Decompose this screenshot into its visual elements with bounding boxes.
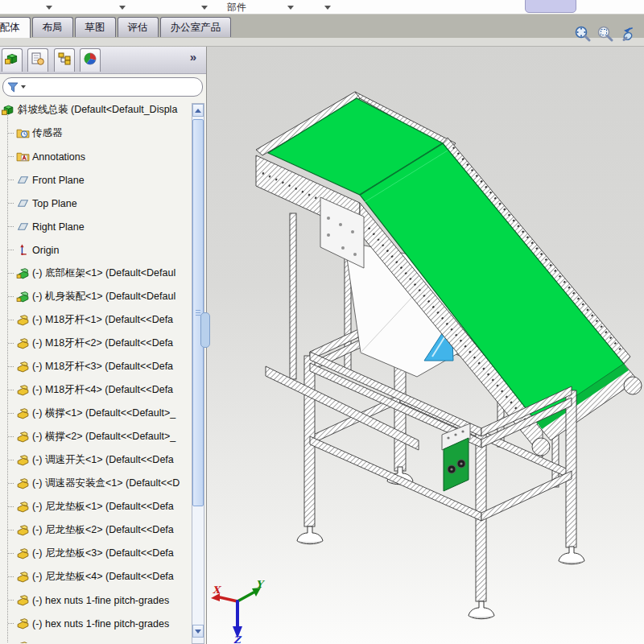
tree-item-label: (-) 尼龙垫板<3> (Default<<Defa <box>32 547 174 560</box>
tree-item[interactable]: Annotations <box>0 145 196 168</box>
tree-item[interactable]: Origin <box>0 238 196 262</box>
featuremanager-panel: » 斜坡线总装 (Default<Default_Displa传感器Annota… <box>0 46 207 644</box>
dropdown-arrow-icon[interactable] <box>46 6 52 10</box>
tree-item[interactable]: (-) M18牙杆<2> (Default<<Defa <box>0 332 196 355</box>
part-icon <box>16 523 30 537</box>
tree-connector <box>8 390 14 391</box>
tree-item[interactable]: (-) 横撑<2> (Default<<Default>_ <box>0 425 196 448</box>
part-icon <box>16 383 30 397</box>
section-view-icon[interactable] <box>641 24 644 43</box>
tree-item-label: Right Plane <box>32 221 85 233</box>
zoom-to-fit-icon[interactable] <box>573 24 592 43</box>
tree-item[interactable]: (-) 尼龙垫板<3> (Default<<Defa <box>0 542 196 565</box>
menu-strip: 部件 <box>0 0 644 14</box>
tree-item[interactable]: Right Plane <box>0 215 196 238</box>
tree-item-label: 斜坡线总装 (Default<Default_Displa <box>18 103 177 117</box>
tree-connector <box>8 203 14 204</box>
tree-connector <box>8 483 14 485</box>
tab-4[interactable]: 评估 <box>118 17 159 37</box>
tab-2[interactable]: 布局 <box>32 17 73 37</box>
tree-connector <box>8 226 14 228</box>
part-icon <box>16 617 30 630</box>
tree-connector <box>8 460 14 461</box>
dropdown-arrow-icon[interactable] <box>287 6 294 10</box>
part-icon <box>16 640 30 643</box>
tab-5[interactable]: 办公室产品 <box>160 17 232 37</box>
tree-item[interactable]: (-) 底部框架<1> (Default<Defaul <box>0 262 196 285</box>
tree-item[interactable]: (-) 尼龙垫板<4> (Default<<Defa <box>0 565 196 588</box>
scroll-down-button[interactable] <box>192 625 204 638</box>
feature-tree: 斜坡线总装 (Default<Default_Displa传感器Annotati… <box>0 98 206 643</box>
tree-connector <box>8 343 14 345</box>
tree-filter-input[interactable] <box>2 77 203 97</box>
tree-item[interactable]: (-) 调速器安装盒<1> (Default<<D <box>0 472 196 495</box>
tree-connector <box>8 366 14 368</box>
tree-scrollbar[interactable] <box>192 103 204 644</box>
tab-3[interactable]: 草图 <box>75 17 116 37</box>
tree-item[interactable]: (-) 横撑<1> (Default<<Default>_ <box>0 402 196 425</box>
panel-splitter-handle[interactable] <box>200 312 210 348</box>
speed-control-box <box>442 423 470 491</box>
part-icon <box>16 430 30 444</box>
tree-item-label: (-) M18牙杆<2> (Default<<Defa <box>32 336 173 350</box>
tree-item[interactable]: (-) hex nuts 1-fine pitch-grades <box>0 588 196 612</box>
tree-item[interactable]: (-) 尼龙垫板<2> (Default<<Defa <box>0 518 196 542</box>
tree-item[interactable]: (-) 尼龙垫板<1> (Default<<Defa <box>0 495 196 518</box>
tree-item[interactable]: 斜坡线总装 (Default<Default_Displa <box>0 98 190 122</box>
tree-item-label: (-) 横撑<1> (Default<<Default>_ <box>32 407 175 420</box>
part-icon <box>16 570 30 584</box>
tree-item-label: Top Plane <box>32 198 77 209</box>
tree-connector <box>8 530 14 531</box>
tree-item-label: Annotations <box>32 151 85 163</box>
tree-item[interactable]: 传感器 <box>0 122 196 145</box>
tree-item[interactable]: (-) M18牙杆<3> (Default<<Defa <box>0 355 196 378</box>
tree-item-label: Origin <box>32 245 59 256</box>
panel-overflow-button[interactable]: » <box>190 50 196 64</box>
displaymanager-icon[interactable] <box>80 48 101 72</box>
tree-connector <box>8 156 14 158</box>
command-tabs: 装配体布局草图评估办公室产品 <box>0 14 644 38</box>
propertymanager-icon[interactable] <box>27 48 48 72</box>
tree-item-label: (-) M18牙杆<4> (Default<<Defa <box>32 383 173 397</box>
zoom-to-area-icon[interactable] <box>596 24 615 43</box>
part-menu-button[interactable]: 部件 <box>227 1 246 14</box>
configurationmanager-icon[interactable] <box>54 48 75 72</box>
toolbar-button[interactable] <box>525 0 576 13</box>
graphics-viewport[interactable]: X Y Z <box>204 46 644 644</box>
annotations-folder-icon <box>16 150 30 163</box>
dropdown-arrow-icon[interactable] <box>324 6 331 10</box>
plane-icon <box>16 196 30 210</box>
tree-connector <box>8 320 14 321</box>
tree-item[interactable]: (-) hex nuts 1-fine pitch-grades <box>0 612 196 635</box>
tree-item[interactable]: (-) hex nuts 1-fine pitch-grades <box>0 635 196 643</box>
tree-item-label: (-) M18牙杆<3> (Default<<Defa <box>32 360 173 374</box>
tree-connector <box>8 506 14 508</box>
part-icon <box>16 336 30 350</box>
tree-item-label: (-) 底部框架<1> (Default<Defaul <box>32 266 175 280</box>
leveling-foot <box>559 547 584 564</box>
part-icon <box>16 547 30 560</box>
part-icon <box>16 593 30 607</box>
tree-item[interactable]: (-) 调速开关<1> (Default<<Defa <box>0 448 196 472</box>
tree-item[interactable]: (-) M18牙杆<4> (Default<<Defa <box>0 378 196 402</box>
tree-item[interactable]: Top Plane <box>0 192 196 215</box>
tree-item-label: (-) 机身装配<1> (Default<Defaul <box>32 290 175 303</box>
tree-connector <box>8 553 14 555</box>
plane-icon <box>16 173 30 187</box>
tree-item-label: (-) 横撑<2> (Default<<Default>_ <box>32 430 175 444</box>
part-icon <box>16 500 30 514</box>
scroll-up-button[interactable] <box>192 104 204 117</box>
featuremanager-tree-icon[interactable] <box>2 48 23 72</box>
tree-item-label: 传感器 <box>32 126 63 140</box>
leveling-foot <box>469 601 494 619</box>
dropdown-arrow-icon[interactable] <box>201 6 208 10</box>
tree-connector <box>8 413 14 415</box>
filter-dropdown-icon[interactable] <box>21 85 26 89</box>
tree-connector <box>8 600 14 601</box>
previous-view-icon[interactable] <box>618 24 638 43</box>
tree-item[interactable]: (-) 机身装配<1> (Default<Defaul <box>0 285 196 308</box>
dropdown-arrow-icon[interactable] <box>119 6 126 10</box>
tree-item[interactable]: Front Plane <box>0 168 196 192</box>
tab-1[interactable]: 装配体 <box>0 17 31 38</box>
tree-item[interactable]: (-) M18牙杆<1> (Default<<Defa <box>0 308 196 332</box>
